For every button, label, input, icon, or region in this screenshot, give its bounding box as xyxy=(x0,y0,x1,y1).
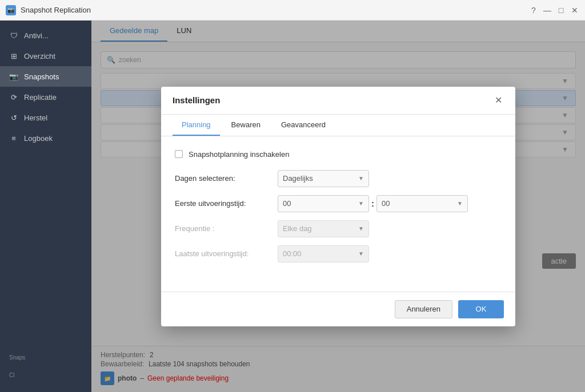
snapshot-planning-label: Snapshotplanning inschakelen xyxy=(189,150,289,159)
modal-header: Instellingen ✕ xyxy=(161,87,515,115)
sidebar-item-replicatie-label: Replicatie xyxy=(24,93,57,102)
modal-tabs: Planning Bewaren Geavanceerd xyxy=(161,115,515,136)
log-icon: ≡ xyxy=(9,134,18,143)
overview-icon: ⊞ xyxy=(9,51,18,60)
sidebar-section-snaps: Snaps xyxy=(0,345,91,363)
camera-icon: 📷 xyxy=(9,72,18,81)
sidebar-item-antivirus[interactable]: 🛡 Antivi... xyxy=(0,25,91,46)
app-icon: 📷 xyxy=(6,5,16,15)
laatste-uitvoeringstijd-label: Laatste uitvoeringstijd: xyxy=(175,249,278,258)
dagen-selecteren-select[interactable]: Dagelijks ▼ xyxy=(278,170,369,187)
chevron-down-icon: ▼ xyxy=(358,175,364,181)
shield-icon: 🛡 xyxy=(9,31,18,40)
app-title: Snapshot Replication xyxy=(21,6,91,14)
maximize-button[interactable]: □ xyxy=(556,6,566,15)
chevron-down-icon: ▼ xyxy=(457,200,463,207)
snapshot-planning-row: Snapshotplanning inschakelen xyxy=(175,150,502,159)
restore-icon: ↺ xyxy=(9,113,18,122)
ok-button[interactable]: OK xyxy=(458,300,504,318)
sidebar-item-snapshots[interactable]: 📷 Snapshots xyxy=(0,66,91,87)
sidebar-item-snapshots-label: Snapshots xyxy=(24,72,59,81)
chevron-down-icon: ▼ xyxy=(358,200,364,207)
minimize-button[interactable]: — xyxy=(543,6,552,15)
modal-close-button[interactable]: ✕ xyxy=(492,95,504,106)
frequentie-row: Frequentie : Elke dag ▼ xyxy=(175,220,502,237)
sidebar-item-logboek[interactable]: ≡ Logboek xyxy=(0,128,91,148)
title-bar: 📷 Snapshot Replication ? — □ ✕ xyxy=(0,0,585,21)
modal-tab-geavanceerd[interactable]: Geavanceerd xyxy=(272,115,335,136)
help-button[interactable]: ? xyxy=(529,6,538,15)
eerste-uitvoeringstijd-row: Eerste uitvoeringstijd: 00 ▼ : 00 ▼ xyxy=(175,195,502,212)
sidebar-section-cl: Cl xyxy=(0,363,91,381)
modal-dialog: Instellingen ✕ Planning Bewaren Geavance… xyxy=(161,87,515,326)
hour-value: 00 xyxy=(283,199,355,208)
sidebar-item-logboek-label: Logboek xyxy=(24,134,53,143)
modal-title: Instellingen xyxy=(173,95,220,105)
sidebar-item-replicatie[interactable]: ⟳ Replicatie xyxy=(0,87,91,107)
laatste-uitvoeringstijd-select[interactable]: 00:00 ▼ xyxy=(278,245,369,262)
app-window: 📷 Snapshot Replication ? — □ ✕ 🛡 Antivi.… xyxy=(0,0,585,392)
sidebar-item-herstel-label: Herstel xyxy=(24,114,47,122)
time-separator: : xyxy=(371,199,374,208)
chevron-down-icon: ▼ xyxy=(358,225,364,232)
modal-footer: Annuleren OK xyxy=(161,292,515,326)
sidebar-item-antivirus-label: Antivi... xyxy=(24,31,49,40)
app-body: 🛡 Antivi... ⊞ Overzicht 📷 Snapshots ⟳ Re… xyxy=(0,21,585,392)
frequentie-select[interactable]: Elke dag ▼ xyxy=(278,220,369,237)
dagen-selecteren-label: Dagen selecteren: xyxy=(175,174,278,183)
sidebar-item-overzicht-label: Overzicht xyxy=(24,52,55,60)
hour-select[interactable]: 00 ▼ xyxy=(278,195,369,212)
laatste-uitvoeringstijd-value: 00:00 xyxy=(283,249,355,258)
minute-value: 00 xyxy=(382,199,454,208)
modal-tab-planning[interactable]: Planning xyxy=(173,115,220,136)
sidebar: 🛡 Antivi... ⊞ Overzicht 📷 Snapshots ⟳ Re… xyxy=(0,21,91,392)
cancel-button[interactable]: Annuleren xyxy=(395,300,452,318)
eerste-uitvoeringstijd-label: Eerste uitvoeringstijd: xyxy=(175,199,278,208)
laatste-uitvoeringstijd-row: Laatste uitvoeringstijd: 00:00 ▼ xyxy=(175,245,502,262)
snapshot-planning-checkbox[interactable] xyxy=(175,150,183,158)
sidebar-item-overzicht[interactable]: ⊞ Overzicht xyxy=(0,46,91,66)
modal-body: Snapshotplanning inschakelen Dagen selec… xyxy=(161,136,515,292)
replication-icon: ⟳ xyxy=(9,92,18,102)
modal-overlay: Instellingen ✕ Planning Bewaren Geavance… xyxy=(91,21,585,392)
main-content: Gedeelde map LUN 🔍 zoeken ▼ xyxy=(91,21,585,392)
dagen-selecteren-row: Dagen selecteren: Dagelijks ▼ xyxy=(175,170,502,187)
minute-select[interactable]: 00 ▼ xyxy=(376,195,468,212)
chevron-down-icon: ▼ xyxy=(358,250,364,257)
frequentie-label: Frequentie : xyxy=(175,224,278,233)
sidebar-item-herstel[interactable]: ↺ Herstel xyxy=(0,107,91,128)
close-button[interactable]: ✕ xyxy=(570,6,579,15)
window-controls: ? — □ ✕ xyxy=(529,6,579,15)
modal-tab-bewaren[interactable]: Bewaren xyxy=(222,115,270,136)
frequentie-value: Elke dag xyxy=(283,224,355,233)
dagen-selecteren-value: Dagelijks xyxy=(283,174,355,183)
time-group: 00 ▼ : 00 ▼ xyxy=(278,195,468,212)
